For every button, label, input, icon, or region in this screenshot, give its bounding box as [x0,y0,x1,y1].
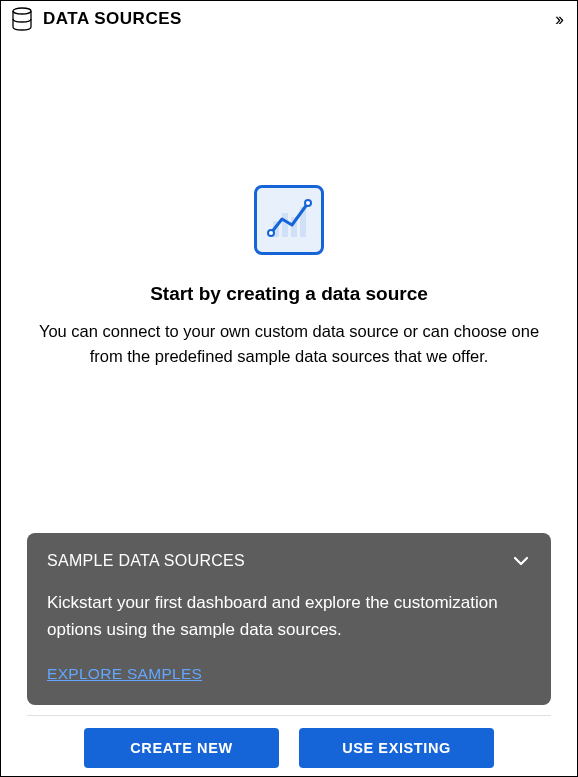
empty-state-description: You can connect to your own custom data … [21,319,557,369]
chevron-down-icon [511,551,531,571]
create-new-button[interactable]: CREATE NEW [84,728,279,768]
svg-rect-2 [282,213,288,237]
empty-state-title: Start by creating a data source [150,283,428,305]
sample-card-title: SAMPLE DATA SOURCES [47,552,245,570]
explore-samples-link[interactable]: EXPLORE SAMPLES [47,665,202,682]
database-icon [11,7,33,31]
sample-card-description: Kickstart your first dashboard and explo… [47,589,531,643]
sample-data-card: SAMPLE DATA SOURCES Kickstart your first… [27,533,551,705]
divider [27,715,551,716]
data-sources-panel: DATA SOURCES ›› Start by creating a data… [0,0,578,777]
sample-card-header[interactable]: SAMPLE DATA SOURCES [47,551,531,571]
use-existing-button[interactable]: USE EXISTING [299,728,494,768]
footer-actions: CREATE NEW USE EXISTING [64,728,514,776]
svg-point-0 [13,8,31,14]
empty-state: Start by creating a data source You can … [21,35,557,533]
main-content: Start by creating a data source You can … [1,35,577,776]
collapse-icon[interactable]: ›› [555,10,567,28]
svg-point-6 [305,200,311,206]
header-left: DATA SOURCES [11,7,182,31]
svg-point-5 [268,230,274,236]
chart-icon [254,185,324,255]
panel-header: DATA SOURCES ›› [1,1,577,35]
panel-title: DATA SOURCES [43,9,182,29]
